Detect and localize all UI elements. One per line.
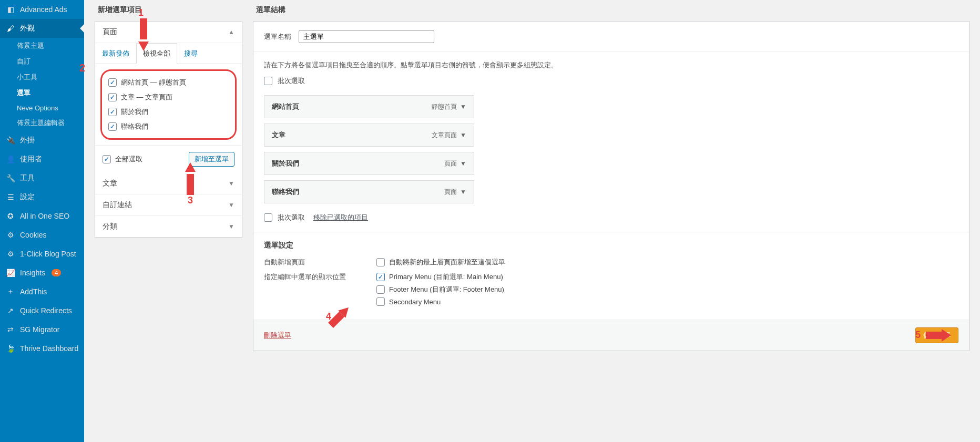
sidebar-item-thrive[interactable]: 🍃 Thrive Dashboard bbox=[0, 339, 84, 358]
remove-selected-link[interactable]: 移除已選取的項目 bbox=[313, 213, 368, 222]
sidebar-item-appearance[interactable]: 🖌 外觀 bbox=[0, 19, 84, 38]
menu-item-type: 頁面▼ bbox=[444, 188, 466, 197]
sidebar-item-label: All in One SEO bbox=[20, 212, 69, 220]
option-label: Secondary Menu bbox=[389, 298, 441, 306]
page-item[interactable]: 關於我們 bbox=[104, 105, 233, 119]
add-items-panel: 頁面 ▲ 最新發佈 檢視全部 搜尋 網站首頁 — 靜態首頁 文章 — 文章頁面 bbox=[95, 21, 242, 238]
tab-search[interactable]: 搜尋 bbox=[177, 43, 205, 64]
sidebar-item-cookies[interactable]: ⚙ Cookies bbox=[0, 225, 84, 244]
add-items-heading: 新增選單項目 bbox=[98, 5, 242, 15]
annotation-1: 1 bbox=[138, 7, 149, 51]
sidebar-sub-theme-editor[interactable]: 佈景主題編輯器 bbox=[0, 115, 84, 131]
accordion-posts[interactable]: 文章 ▼ bbox=[95, 173, 242, 194]
accordion-pages[interactable]: 頁面 ▲ bbox=[95, 22, 242, 43]
migrate-icon: ⇄ bbox=[5, 324, 16, 335]
location-primary[interactable]: Primary Menu (目前選單: Main Menu) bbox=[376, 272, 504, 282]
chevron-down-icon[interactable]: ▼ bbox=[460, 103, 466, 110]
sliders-icon: ☰ bbox=[5, 192, 16, 202]
sidebar-sub-customize[interactable]: 自訂 bbox=[0, 54, 84, 69]
menu-items: 網站首頁 靜態首頁▼ 文章 文章頁面▼ 關於我們 頁面▼ 聯絡我們 頁面▼ bbox=[264, 95, 958, 203]
sidebar-item-label: 使用者 bbox=[20, 155, 42, 164]
accordion-custom-links[interactable]: 自訂連結 ▼ bbox=[95, 194, 242, 216]
menu-item-label: 文章 bbox=[272, 130, 285, 140]
arrow-right-icon bbox=[926, 329, 951, 342]
sidebar-item-label: AddThis bbox=[20, 287, 47, 296]
sidebar-item-label: Cookies bbox=[20, 231, 47, 239]
menu-item[interactable]: 關於我們 頁面▼ bbox=[264, 152, 474, 175]
checkbox[interactable] bbox=[376, 285, 385, 294]
batch-select-checkbox[interactable] bbox=[264, 77, 272, 85]
menu-item-label: 聯絡我們 bbox=[272, 187, 299, 197]
sidebar-item-tools[interactable]: 🔧 工具 bbox=[0, 169, 84, 188]
sidebar-item-label: Quick Redirects bbox=[20, 306, 72, 315]
annotation-3: 3 bbox=[185, 162, 196, 206]
sidebar-item-aioseo[interactable]: ✪ All in One SEO bbox=[0, 207, 84, 225]
badge-count: 4 bbox=[52, 269, 61, 276]
sidebar-sub-menus[interactable]: 選單 bbox=[0, 85, 84, 101]
gear-icon: ⚙ bbox=[5, 230, 16, 240]
sidebar-item-1click[interactable]: ⚙ 1-Click Blog Post bbox=[0, 244, 84, 263]
chevron-down-icon[interactable]: ▼ bbox=[460, 131, 466, 139]
sidebar-sub-neve[interactable]: Neve Options bbox=[0, 101, 84, 115]
caret-down-icon: ▼ bbox=[228, 180, 234, 187]
checkbox[interactable] bbox=[108, 93, 117, 101]
arrow-down-icon bbox=[138, 18, 149, 51]
checkbox[interactable] bbox=[376, 273, 385, 281]
sidebar-item-sgmigrator[interactable]: ⇄ SG Migrator bbox=[0, 320, 84, 339]
sidebar-item-label: 外觀 bbox=[20, 24, 35, 33]
page-label: 關於我們 bbox=[121, 107, 148, 117]
sidebar-item-advanced-ads[interactable]: ◧ Advanced Ads bbox=[0, 0, 84, 19]
accordion-label: 頁面 bbox=[103, 27, 117, 37]
menu-settings: 選單設定 自動新增頁面 自動將新的最上層頁面新增至這個選單 指定編輯中選單的顯示… bbox=[253, 232, 969, 320]
caret-down-icon: ▼ bbox=[228, 201, 234, 209]
accordion-label: 文章 bbox=[103, 179, 117, 188]
sidebar-item-settings[interactable]: ☰ 設定 bbox=[0, 188, 84, 207]
delete-menu-link[interactable]: 刪除選單 bbox=[264, 331, 291, 340]
structure-panel: 選單名稱 請在下方將各個選單項目拖曳至合適的順序。點擊選單項目右側的箭號，便會顯… bbox=[253, 21, 969, 351]
menu-item-label: 關於我們 bbox=[272, 159, 299, 168]
chevron-down-icon[interactable]: ▼ bbox=[460, 160, 466, 167]
sidebar-sub-themes[interactable]: 佈景主題 bbox=[0, 38, 84, 54]
menu-item-type: 頁面▼ bbox=[444, 159, 466, 168]
checkbox[interactable] bbox=[108, 78, 117, 87]
location-label: 指定編輯中選單的顯示位置 bbox=[264, 272, 367, 282]
ads-icon: ◧ bbox=[5, 4, 16, 15]
menu-item[interactable]: 網站首頁 靜態首頁▼ bbox=[264, 95, 474, 118]
option-label: Footer Menu (目前選單: Footer Menu) bbox=[389, 285, 504, 294]
seo-icon: ✪ bbox=[5, 211, 16, 221]
location-secondary[interactable]: Secondary Menu bbox=[376, 297, 504, 306]
sidebar-item-redirects[interactable]: ↗ Quick Redirects bbox=[0, 301, 84, 320]
location-footer[interactable]: Footer Menu (目前選單: Footer Menu) bbox=[376, 285, 504, 294]
checkbox[interactable] bbox=[376, 297, 385, 306]
page-item[interactable]: 文章 — 文章頁面 bbox=[104, 90, 233, 105]
wrench-icon: 🔧 bbox=[5, 173, 16, 183]
chevron-down-icon[interactable]: ▼ bbox=[460, 188, 466, 196]
accordion-categories[interactable]: 分類 ▼ bbox=[95, 216, 242, 237]
checkbox[interactable] bbox=[376, 258, 385, 266]
gear-icon: ⚙ bbox=[5, 249, 16, 259]
sidebar-item-label: Thrive Dashboard bbox=[20, 344, 78, 353]
page-item[interactable]: 網站首頁 — 靜態首頁 bbox=[104, 75, 233, 90]
accordion-label: 自訂連結 bbox=[103, 200, 132, 210]
settings-heading: 選單設定 bbox=[264, 241, 958, 250]
menu-item[interactable]: 文章 文章頁面▼ bbox=[264, 124, 474, 147]
leaf-icon: 🍃 bbox=[5, 343, 16, 354]
sidebar-item-plugins[interactable]: 🔌 外掛 bbox=[0, 131, 84, 150]
page-item[interactable]: 聯絡我們 bbox=[104, 119, 233, 134]
tab-recent[interactable]: 最新發佈 bbox=[95, 43, 136, 64]
sidebar-item-insights[interactable]: 📈 Insights 4 bbox=[0, 263, 84, 282]
select-all-checkbox[interactable] bbox=[103, 155, 111, 163]
checkbox[interactable] bbox=[108, 122, 117, 131]
menu-item[interactable]: 聯絡我們 頁面▼ bbox=[264, 180, 474, 203]
auto-add-option[interactable]: 自動將新的最上層頁面新增至這個選單 bbox=[376, 258, 505, 267]
sidebar-sub-widgets[interactable]: 小工具 bbox=[0, 69, 84, 85]
batch-select-checkbox[interactable] bbox=[264, 213, 272, 222]
checkbox[interactable] bbox=[108, 108, 117, 116]
menu-name-input[interactable] bbox=[299, 30, 434, 43]
batch-select-label: 批次選取 bbox=[278, 213, 305, 222]
sidebar-item-addthis[interactable]: ＋ AddThis bbox=[0, 282, 84, 301]
plugin-icon: 🔌 bbox=[5, 135, 16, 146]
add-to-menu-button[interactable]: 新增至選單 bbox=[189, 152, 234, 167]
chart-icon: 📈 bbox=[5, 268, 16, 278]
sidebar-item-users[interactable]: 👤 使用者 bbox=[0, 150, 84, 169]
